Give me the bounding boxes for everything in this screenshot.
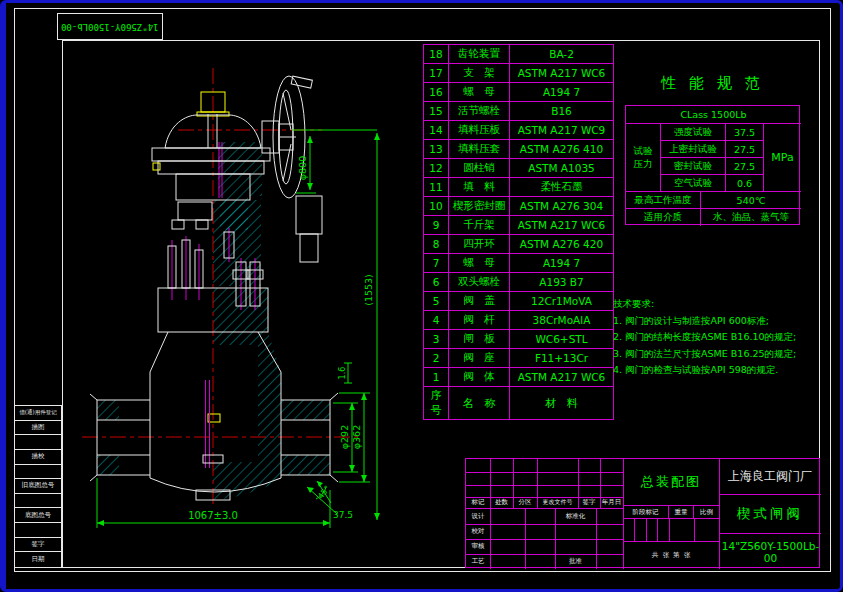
- part-no: 8: [424, 235, 449, 254]
- spec-table: CLass 1500Lb 试验 压力 强度试验 37.5 上密封试验 27.5 …: [625, 105, 800, 225]
- parts-row: 1阀 体ASTM A217 WC6: [424, 368, 614, 387]
- part-name: 活节螺栓: [449, 102, 510, 121]
- valve-outline: [90, 76, 338, 500]
- record-row: 描图: [15, 421, 61, 436]
- dim-d2: φ362: [351, 425, 362, 449]
- part-no: 16: [424, 83, 449, 102]
- part-name: 支 架: [449, 64, 510, 83]
- rev-header-cell: 标记: [466, 497, 490, 509]
- parts-row: 2阀 座F11+13Cr: [424, 349, 614, 368]
- cad-canvas: 14"Z560Y-1500Lb-00: [0, 0, 843, 592]
- part-no: 9: [424, 216, 449, 235]
- spec-temp-value: 540℃: [701, 192, 801, 209]
- drawing-number: 14"Z560Y-1500Lb-00: [719, 534, 821, 569]
- rev-header-cell: 签字: [578, 497, 600, 509]
- rev-header-cell: 更改文件号: [537, 497, 578, 509]
- dim-d1: φ292: [339, 425, 350, 449]
- tech-requirements: 技术要求: 1. 阀门的设计与制造按API 600标准; 2. 阀门的结构长度按…: [613, 296, 823, 379]
- part-material: ASTM A217 WC9: [510, 121, 614, 140]
- part-no: 1: [424, 368, 449, 387]
- spec-pressure-label: 试验 压力: [626, 124, 661, 192]
- part-name: 阀 体: [449, 368, 510, 387]
- parts-row: 11填 料柔性石墨: [424, 178, 614, 197]
- part-material: ASTM A276 304: [510, 197, 614, 216]
- part-material: ASTM A217 WC6: [510, 64, 614, 83]
- part-material: 柔性石墨: [510, 178, 614, 197]
- parts-row: 8四开环ASTM A276 420: [424, 235, 614, 254]
- centerlines: [82, 68, 362, 506]
- part-no: 2: [424, 349, 449, 368]
- part-name: 螺 母: [449, 83, 510, 102]
- part-no: 12: [424, 159, 449, 178]
- part-name: 双头螺栓: [449, 273, 510, 292]
- tech-line: 3. 阀门的法兰尺寸按ASME B16.25的规定;: [613, 346, 823, 363]
- product-name: 楔式闸阀: [719, 495, 821, 534]
- spec-row-value: 37.5: [726, 124, 764, 141]
- spec-row-value: 27.5: [726, 158, 764, 175]
- spec-medium-value: 水、油品、蒸气等: [701, 209, 801, 226]
- role-process: 工艺: [466, 554, 490, 569]
- rev-header-cell: 处数: [490, 497, 513, 509]
- part-name: 闸 板: [449, 330, 510, 349]
- parts-row: 15活节螺栓B16: [424, 102, 614, 121]
- part-material: 38CrMoAlA: [510, 311, 614, 330]
- part-name: 螺 母: [449, 254, 510, 273]
- sheet-count: 共 张 第 张: [623, 541, 719, 569]
- part-no: 7: [424, 254, 449, 273]
- tech-line: 1. 阀门的设计与制造按API 600标准;: [613, 313, 823, 330]
- part-no: 4: [424, 311, 449, 330]
- parts-list-table: 18齿轮装置BA-2 17支 架ASTM A217 WC6 16螺 母A194 …: [423, 44, 614, 420]
- part-no: 14: [424, 121, 449, 140]
- stage-mark-label: 阶段标记: [623, 506, 669, 519]
- parts-row: 9千斤架ASTM A217 WC6: [424, 216, 614, 235]
- tech-line: 2. 阀门的结构长度按ASME B16.10的规定;: [613, 329, 823, 346]
- parts-row: 17支 架ASTM A217 WC6: [424, 64, 614, 83]
- part-material: ASTM A217 WC6: [510, 216, 614, 235]
- role-standardization: 标准化: [555, 509, 596, 524]
- record-row: 日期: [15, 552, 61, 567]
- part-name: 楔形密封圈: [449, 197, 510, 216]
- part-name: 填料压板: [449, 121, 510, 140]
- parts-header-name: 名 称: [449, 387, 510, 420]
- spec-medium-label: 适用介质: [626, 209, 701, 226]
- role-review: 审核: [466, 539, 490, 554]
- parts-row: 3闸 板WC6+STL: [424, 330, 614, 349]
- spec-title: 性 能 规 范: [625, 74, 800, 93]
- part-no: 5: [424, 292, 449, 311]
- parts-header-material: 材 料: [510, 387, 614, 420]
- rev-header-cell: 分区: [513, 497, 537, 509]
- dim-handwheel: φ800: [297, 156, 308, 180]
- parts-row: 14填料压板ASTM A217 WC9: [424, 121, 614, 140]
- part-material: BA-2: [510, 45, 614, 64]
- record-row: [15, 465, 61, 480]
- parts-row: 7螺 母A194 7: [424, 254, 614, 273]
- spec-class: CLass 1500Lb: [626, 106, 801, 124]
- tech-title: 技术要求:: [613, 296, 823, 313]
- parts-row: 4阀 杆38CrMoAlA: [424, 311, 614, 330]
- tech-line: 4. 阀门的检查与试验按API 598的规定.: [613, 362, 823, 379]
- spec-row-label: 强度试验: [661, 124, 726, 141]
- title-block: 标记 处数 分区 更改文件号 签字 年月日 设计 校对 审核 工艺 标准化 批准…: [465, 458, 820, 568]
- record-row: 旧底图总号: [15, 479, 61, 494]
- spec-unit: MPa: [764, 124, 801, 192]
- part-name: 圆柱销: [449, 159, 510, 178]
- spec-row-label: 空气试验: [661, 175, 726, 192]
- part-material: ASTM A1035: [510, 159, 614, 178]
- factory-name: 上海良工阀门厂: [719, 459, 821, 495]
- dim-finish: 1.6: [338, 367, 347, 380]
- record-row: [15, 435, 61, 450]
- parts-header-no: 序 号: [424, 387, 449, 420]
- dim-bevel-angle: 37.5: [333, 510, 353, 520]
- weight-label: 重量: [669, 506, 694, 519]
- parts-header-row: 序 号名 称材 料: [424, 387, 614, 420]
- record-row: 签字: [15, 538, 61, 553]
- rev-header-cell: 年月日: [600, 497, 623, 509]
- part-material: ASTM A217 WC6: [510, 368, 614, 387]
- part-material: A193 B7: [510, 273, 614, 292]
- part-no: 3: [424, 330, 449, 349]
- spec-row-value: 0.6: [726, 175, 764, 192]
- part-name: 填 料: [449, 178, 510, 197]
- dim-length: 1067±3.0: [188, 510, 238, 521]
- part-name: 阀 盖: [449, 292, 510, 311]
- spec-row-value: 27.5: [726, 141, 764, 158]
